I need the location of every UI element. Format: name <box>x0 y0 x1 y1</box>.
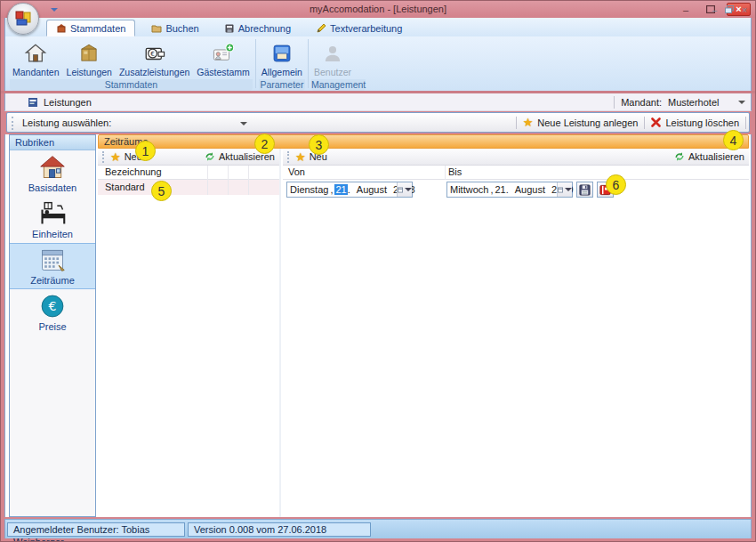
ribbon-group-parameter: Allgemein Parameter <box>257 36 307 91</box>
zusatzleistungen-button[interactable]: € Zusatzleistungen <box>117 38 192 79</box>
sidebar-item-einheiten[interactable]: Einheiten <box>10 197 95 243</box>
save-floppy-icon <box>579 184 591 196</box>
von-day-selected[interactable]: 21 <box>334 184 347 195</box>
ribbon-group-label: Management <box>311 79 366 91</box>
panel-body: ★ Neu Aktualisieren <box>98 149 749 517</box>
period-detail-panel: ★ Neu Aktualisieren <box>283 149 749 517</box>
wallet-euro-icon: € <box>143 40 166 65</box>
separator <box>516 117 517 129</box>
gaestestamm-button[interactable]: Gästestamm <box>194 38 253 79</box>
calendar-icon <box>38 247 67 273</box>
save-range-button[interactable] <box>576 182 593 198</box>
minimize-button[interactable]: – <box>677 4 695 15</box>
allgemein-button[interactable]: Allgemein <box>259 38 305 79</box>
quick-access-dropdown-icon[interactable] <box>51 8 58 12</box>
date-picker-von[interactable]: Dienstag , 21 . August 2018 <box>286 182 413 198</box>
sidebar-item-basisdaten[interactable]: Basisdaten <box>10 150 95 197</box>
user-icon <box>321 40 344 65</box>
separator <box>644 117 645 129</box>
mandant-combobox[interactable]: Musterhotel <box>668 97 732 108</box>
date-picker-bis[interactable]: Mittwoch , 21 . August 2019 <box>446 182 573 198</box>
ribbon-group-separator <box>308 39 309 88</box>
house-color-icon <box>38 154 67 181</box>
service-combobox-arrow-icon[interactable] <box>240 122 247 125</box>
mandanten-button[interactable]: Mandanten <box>10 38 62 79</box>
tab-buchen[interactable]: Buchen <box>142 20 207 36</box>
delete-service-button[interactable]: Leistung löschen <box>651 117 739 128</box>
mini-calendar-icon <box>398 187 403 193</box>
periods-list-toolbar: ★ Neu Aktualisieren <box>98 149 279 166</box>
tab-abrechnung[interactable]: Abrechnung <box>215 20 300 36</box>
card-plus-icon <box>212 40 235 65</box>
ranges-table-header: Von Bis <box>283 166 749 180</box>
annotation-circle-6: 6 <box>606 174 626 195</box>
mandant-label: Mandant: <box>621 97 662 108</box>
annotation-circle-2: 2 <box>254 133 275 154</box>
titlebar: myAccomodation - [Leistungen] – × <box>1 1 755 18</box>
new-service-button[interactable]: ★ Neue Leistung anlegen <box>523 117 639 128</box>
star-icon: ★ <box>523 117 534 127</box>
mini-calendar-icon <box>558 187 563 193</box>
service-toolbar: Leistung auswählen: ★ Neue Leistung anle… <box>6 112 750 133</box>
von-calendar-dropdown[interactable] <box>397 182 412 197</box>
statusbar-version: Version 0.008 vom 27.06.2018 <box>188 522 371 537</box>
main-area: Rubriken Basisdaten <box>4 134 752 517</box>
sidebar-item-zeitraeume[interactable]: Zeiträume <box>10 243 95 289</box>
tab-stammdaten[interactable]: Stammdaten <box>46 20 135 36</box>
mdi-close-button[interactable]: × <box>742 5 747 15</box>
svg-text:€: € <box>49 299 57 313</box>
house-icon <box>24 40 47 65</box>
ribbon-group-label: Stammdaten <box>10 79 253 91</box>
annotation-circle-3: 3 <box>309 134 329 155</box>
app-menu-orb[interactable] <box>7 3 39 35</box>
mdi-minimize-button[interactable]: – <box>712 5 718 15</box>
date-range-row: Dienstag , 21 . August 2018 <box>283 180 749 198</box>
panel-title-bar: Zeiträume <box>98 134 749 149</box>
box-icon <box>56 23 67 34</box>
refresh-ranges-button[interactable]: Aktualisieren <box>674 151 744 162</box>
restore-icon <box>725 5 734 13</box>
svg-text:€: € <box>150 50 155 58</box>
document-caption-bar: Leistungen Mandant: Musterhotel <box>4 93 752 111</box>
ribbon-button-label: Mandanten <box>12 67 60 77</box>
toolbar-grip[interactable] <box>287 151 289 163</box>
mdi-window-controls: – × <box>712 5 747 15</box>
bed-icon <box>38 200 67 227</box>
period-row-standard[interactable]: Standard <box>98 180 279 195</box>
tab-label: Abrechnung <box>238 23 291 34</box>
bis-calendar-dropdown[interactable] <box>557 182 572 197</box>
benutzer-button[interactable]: Benutzer <box>311 38 354 79</box>
sidebar-item-label: Basisdaten <box>28 182 76 193</box>
toolbar-grip[interactable] <box>12 117 13 130</box>
periods-list-panel: ★ Neu Aktualisieren <box>98 149 281 517</box>
von-weekday: Dienstag <box>290 184 328 195</box>
annotation-circle-5: 5 <box>151 181 172 201</box>
sidebar-item-label: Preise <box>38 321 66 332</box>
column-header-bis: Bis <box>448 166 462 177</box>
periods-table-header: Bezeichnung <box>98 166 279 180</box>
sidebar-item-label: Einheiten <box>32 229 73 239</box>
application-window: myAccomodation - [Leistungen] – × Stammd… <box>0 0 756 542</box>
mdi-restore-button[interactable] <box>725 5 734 15</box>
leistungen-button[interactable]: Leistungen <box>64 38 115 79</box>
von-month: August <box>357 184 387 195</box>
blue-box-icon <box>270 40 294 65</box>
toolbar-grip[interactable] <box>102 151 104 163</box>
von-comma: , <box>330 184 333 195</box>
refresh-icon <box>205 151 215 162</box>
separator <box>614 96 615 109</box>
tab-textverarbeitung[interactable]: Textverarbeitung <box>307 20 411 36</box>
window-title: myAccomodation - [Leistungen] <box>1 4 755 14</box>
sidebar-item-label: Zeiträume <box>30 275 75 286</box>
chevron-down-icon[interactable] <box>738 101 745 104</box>
bis-day: 21 <box>495 184 505 195</box>
bis-month: August <box>515 184 545 195</box>
annotation-circle-4: 4 <box>723 130 744 150</box>
sidebar-item-preise[interactable]: € Preise <box>10 289 95 336</box>
ribbon-group-label: Parameter <box>259 79 305 91</box>
von-dot: . <box>348 184 350 195</box>
refresh-icon <box>674 151 685 162</box>
caption-title: Leistungen <box>44 97 92 108</box>
column-header-bezeichnung: Bezeichnung <box>105 166 162 177</box>
delete-service-label: Leistung löschen <box>665 117 739 128</box>
